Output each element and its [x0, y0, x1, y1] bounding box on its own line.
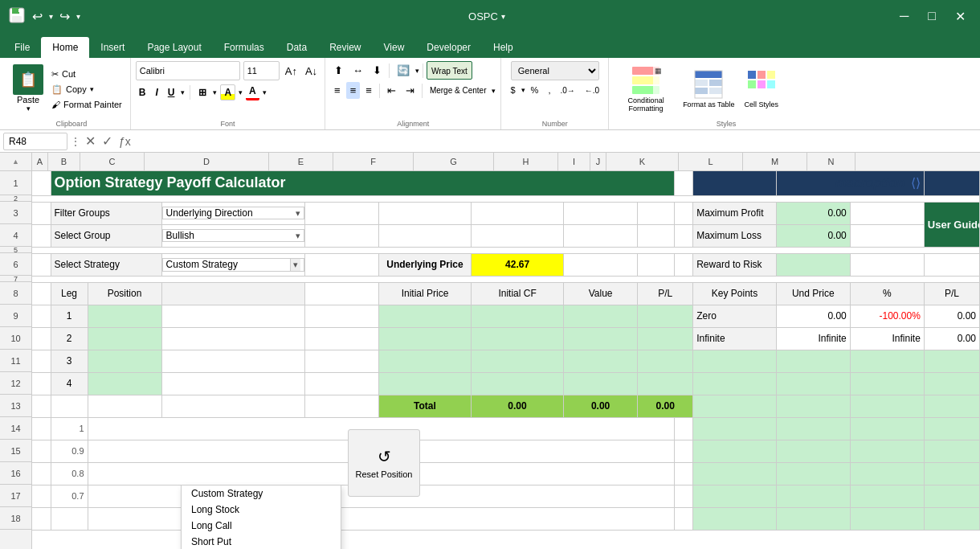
- align-bottom-button[interactable]: ⬇: [369, 62, 386, 79]
- cell-total-pl[interactable]: 0.00: [638, 395, 693, 417]
- cell-kp3[interactable]: [693, 350, 777, 372]
- tab-file[interactable]: File: [3, 37, 41, 58]
- align-top-button[interactable]: ⬆: [330, 62, 347, 79]
- cell-a10[interactable]: [32, 327, 51, 350]
- cell-f3[interactable]: [378, 202, 471, 224]
- cell-infinite-pl[interactable]: 0.00: [924, 327, 979, 350]
- cell-e9[interactable]: [304, 305, 378, 327]
- col-header-e[interactable]: E: [269, 153, 333, 170]
- cell-leg2[interactable]: 2: [51, 327, 88, 350]
- cell-pl16b[interactable]: [924, 462, 979, 485]
- cell-e3[interactable]: [304, 202, 378, 224]
- cell-select-group-value[interactable]: Bullish ▾: [161, 224, 304, 247]
- number-format-select[interactable]: General Number Currency Percentage: [511, 61, 599, 80]
- cell-b17[interactable]: 0.7: [51, 485, 88, 507]
- cell-kp15[interactable]: [693, 440, 777, 462]
- cell-pl-header[interactable]: P/L: [638, 282, 693, 305]
- cell-up18[interactable]: [776, 507, 850, 530]
- cell-pl4[interactable]: [638, 372, 693, 395]
- cell-max-profit-label[interactable]: Maximum Profit: [693, 202, 777, 224]
- cell-e13[interactable]: [304, 395, 378, 417]
- cell-value-header[interactable]: Value: [564, 282, 638, 305]
- cell-pl4b[interactable]: [924, 372, 979, 395]
- undo-icon[interactable]: ↩: [32, 9, 43, 24]
- align-left-button[interactable]: ≡: [330, 82, 345, 99]
- cell-leg1[interactable]: 1: [51, 305, 88, 327]
- cell-position-header[interactable]: Position: [88, 282, 161, 305]
- cell-a12[interactable]: [32, 372, 51, 395]
- row-header-14[interactable]: 14: [0, 417, 31, 440]
- col-header-a[interactable]: A: [32, 153, 48, 170]
- cell-m6[interactable]: [850, 253, 924, 276]
- col-header-m[interactable]: M: [743, 153, 807, 170]
- select-strategy-dropdown-icon[interactable]: ▾: [290, 259, 300, 271]
- row-header-3[interactable]: 3: [0, 202, 31, 224]
- cell-n6[interactable]: [924, 253, 979, 276]
- cell-pos4[interactable]: [88, 372, 161, 395]
- row-header-18[interactable]: 18: [0, 507, 31, 530]
- row-header-17[interactable]: 17: [0, 485, 31, 507]
- fill-dropdown-icon[interactable]: ▾: [239, 88, 243, 96]
- cell-leg-header[interactable]: Leg: [51, 282, 88, 305]
- cell-init-price1[interactable]: [378, 305, 471, 327]
- cell-total-init-cf[interactable]: 0.00: [472, 395, 564, 417]
- cell-k1[interactable]: [693, 171, 777, 195]
- cell-filter-groups-value[interactable]: Underlying Direction ▾: [161, 202, 304, 224]
- cell-e6[interactable]: [304, 253, 378, 276]
- tab-page-layout[interactable]: Page Layout: [136, 37, 212, 58]
- italic-button[interactable]: I: [152, 85, 161, 100]
- font-color-button[interactable]: A: [246, 84, 259, 100]
- cell-pct14[interactable]: [850, 417, 924, 440]
- cell-max-profit-value[interactable]: 0.00: [776, 202, 850, 224]
- comma-style-button[interactable]: ,: [544, 83, 554, 97]
- cell-m3[interactable]: [850, 202, 924, 224]
- cell-b14[interactable]: 1: [51, 417, 88, 440]
- col-header-h[interactable]: H: [494, 153, 558, 170]
- cell-d8[interactable]: [161, 282, 304, 305]
- percent-style-button[interactable]: %: [527, 83, 543, 97]
- cell-i4[interactable]: [638, 224, 675, 247]
- cell-m4[interactable]: [850, 224, 924, 247]
- cell-total-value[interactable]: 0.00: [564, 395, 638, 417]
- cell-j14[interactable]: [675, 417, 693, 440]
- cell-reward-risk-label[interactable]: Reward to Risk: [693, 253, 777, 276]
- cell-a4[interactable]: [32, 224, 51, 247]
- cell-pl13b[interactable]: [924, 395, 979, 417]
- cell-select-group-label[interactable]: Select Group: [51, 224, 161, 247]
- cell-leg3[interactable]: 3: [51, 350, 88, 372]
- col-header-n[interactable]: N: [807, 153, 855, 170]
- col-header-d[interactable]: D: [145, 153, 269, 170]
- increase-indent-button[interactable]: ⇥: [402, 82, 419, 99]
- user-guide-button[interactable]: User Guide: [924, 202, 979, 247]
- cell-d9[interactable]: [161, 305, 304, 327]
- cell-pl2[interactable]: [638, 327, 693, 350]
- paste-dropdown-icon[interactable]: ▾: [27, 104, 31, 113]
- cell-pos2[interactable]: [88, 327, 161, 350]
- cell-initial-price-header[interactable]: Initial Price: [378, 282, 471, 305]
- cell-e10[interactable]: [304, 327, 378, 350]
- row-header-2[interactable]: 2: [0, 195, 31, 202]
- cell-up16[interactable]: [776, 462, 850, 485]
- col-header-c[interactable]: C: [80, 153, 145, 170]
- font-name-input[interactable]: [136, 61, 240, 80]
- wrap-text-button[interactable]: Wrap Text: [427, 61, 472, 80]
- formula-function-button[interactable]: ƒx: [119, 135, 131, 148]
- cell-select-strategy-value[interactable]: Custom Strategy ▾: [161, 253, 304, 276]
- cell-filter-groups-label[interactable]: Filter Groups: [51, 202, 161, 224]
- merge-dropdown-icon[interactable]: ▾: [492, 87, 496, 95]
- cell-a9[interactable]: [32, 305, 51, 327]
- col-header-k[interactable]: K: [606, 153, 679, 170]
- tab-developer[interactable]: Developer: [415, 37, 482, 58]
- col-header-i[interactable]: I: [558, 153, 590, 170]
- cell-kp4[interactable]: [693, 372, 777, 395]
- cell-pl14b[interactable]: [924, 417, 979, 440]
- minimize-icon[interactable]: ─: [893, 9, 915, 23]
- cell-init-cf2[interactable]: [472, 327, 564, 350]
- cell-a3[interactable]: [32, 202, 51, 224]
- cell-spacer-7[interactable]: [32, 276, 980, 282]
- formula-cancel-button[interactable]: ✕: [85, 133, 96, 149]
- select-all-button[interactable]: ▲: [0, 153, 32, 170]
- cell-up4[interactable]: [776, 372, 850, 395]
- tab-home[interactable]: Home: [41, 37, 89, 58]
- cell-init-cf4[interactable]: [472, 372, 564, 395]
